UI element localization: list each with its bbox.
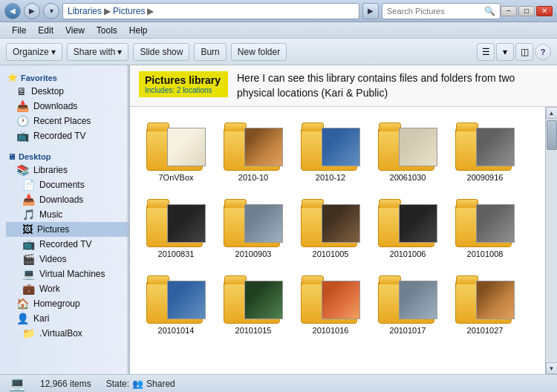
scroll-up-arrow[interactable]: ▲: [546, 107, 558, 119]
sidebar-item-desktop[interactable]: 🖥 Desktop: [0, 84, 129, 99]
folder-preview: [399, 281, 437, 319]
title-bar-left: ◀ ▶ ▾ Libraries ▶ Pictures ▶ ▶ 🔍: [4, 3, 501, 19]
folder-preview: [244, 128, 283, 166]
search-input[interactable]: [387, 7, 484, 16]
folder-thumb: [455, 194, 515, 247]
favorites-star-icon: ⭐: [7, 73, 18, 82]
sidebar-item-documents[interactable]: 📄 Documents: [6, 177, 129, 192]
sidebar-item-recorded-tv[interactable]: 📺 Recorded TV: [6, 237, 129, 252]
back-button[interactable]: ◀: [4, 3, 21, 19]
window-controls: − □ ✕: [501, 6, 553, 16]
folder-item-7OnVBox[interactable]: 7OnVBox: [139, 113, 213, 186]
breadcrumb-sep-2: ▶: [147, 6, 154, 16]
sidebar-item-recent-places[interactable]: 🕐 Recent Places: [0, 114, 129, 128]
sidebar: ⭐ Favorites 🖥 Desktop 📥 Downloads 🕐 Rece…: [0, 65, 130, 374]
sidebar-item-virtualbox[interactable]: 📁 .VirtualBox: [6, 326, 129, 341]
folder-label: 20090916: [467, 173, 504, 182]
search-bar[interactable]: 🔍: [382, 3, 501, 19]
address-refresh[interactable]: ▶: [362, 3, 379, 19]
sidebar-item-videos[interactable]: 🎬 Videos: [6, 252, 129, 267]
view-controls: ☰ ▾ ◫ ?: [477, 43, 551, 61]
new-folder-button[interactable]: New folder: [231, 43, 287, 61]
folder-area: 7OnVBox 2010-10 2010-12 20061030: [130, 107, 557, 374]
preview-image: [400, 128, 437, 166]
preview-image: [245, 205, 282, 242]
scroll-down-arrow[interactable]: ▼: [546, 362, 558, 374]
sidebar-item-downloads[interactable]: 📥 Downloads: [0, 99, 129, 114]
forward-button[interactable]: ▶: [24, 3, 40, 19]
favorites-label: Favorites: [21, 74, 57, 82]
info-header: Pictures library Includes: 2 locations H…: [130, 65, 557, 107]
sidebar-item-virtual-machines[interactable]: 💻 Virtual Machines: [6, 267, 129, 281]
menu-view[interactable]: View: [59, 24, 91, 37]
folder-item-20090916[interactable]: 20090916: [448, 113, 522, 186]
folder-item-20101027[interactable]: 20101027: [448, 266, 522, 339]
sidebar-item-downloads-lib[interactable]: 📥 Downloads: [6, 192, 129, 207]
status-bar: 💻 12,966 items State: 👥 Shared: [0, 374, 557, 392]
folder-item-20101008[interactable]: 20101008: [448, 189, 522, 263]
sidebar-item-recorded-tv-fav[interactable]: 📺 Recorded TV: [0, 128, 129, 143]
scroll-thumb[interactable]: [547, 120, 557, 150]
organize-button[interactable]: Organize ▾: [6, 43, 62, 61]
recent-icon: 🕐: [16, 115, 29, 127]
folder-item-2010-10[interactable]: 2010-10: [216, 113, 290, 186]
burn-button[interactable]: Burn: [194, 43, 226, 61]
view-mode-button[interactable]: ☰: [477, 43, 495, 61]
breadcrumb-libraries[interactable]: Libraries: [68, 6, 102, 16]
folder-item-20101005[interactable]: 20101005: [293, 189, 368, 263]
pictures-label: Pictures: [37, 224, 69, 235]
breadcrumb: Libraries ▶ Pictures ▶: [62, 3, 359, 19]
sidebar-item-kari[interactable]: 👤 Kari: [0, 311, 129, 326]
folder-preview: [476, 128, 515, 166]
folder-preview: [399, 128, 437, 166]
preview-image: [245, 128, 282, 166]
folder-item-20100831[interactable]: 20100831: [139, 189, 213, 263]
minimize-button[interactable]: −: [501, 6, 517, 16]
slideshow-label: Slide show: [140, 47, 183, 57]
folder-item-20101016[interactable]: 20101016: [293, 266, 368, 339]
maximize-button[interactable]: □: [518, 6, 535, 16]
recent-button[interactable]: ▾: [43, 3, 59, 19]
videos-icon: 🎬: [22, 253, 35, 265]
search-icon[interactable]: 🔍: [484, 6, 495, 16]
folder-preview: [244, 204, 283, 243]
folder-preview: [476, 281, 515, 319]
sidebar-item-work[interactable]: 💼 Work: [6, 281, 129, 296]
menu-bar: File Edit View Tools Help: [0, 22, 557, 39]
folder-item-20101017[interactable]: 20101017: [371, 266, 445, 339]
sidebar-item-pictures[interactable]: 🖼 Pictures: [6, 222, 129, 237]
share-with-button[interactable]: Share with ▾: [67, 43, 129, 61]
locations-link[interactable]: 2 locations: [177, 86, 212, 94]
menu-file[interactable]: File: [6, 24, 32, 37]
preview-pane-button[interactable]: ◫: [515, 43, 533, 61]
share-chevron-icon: ▾: [117, 47, 122, 57]
view-chevron-button[interactable]: ▾: [496, 43, 514, 61]
desktop-section-icon: 🖥: [7, 152, 16, 161]
vm-icon: 💻: [22, 268, 35, 280]
menu-tools[interactable]: Tools: [91, 24, 123, 37]
folder-item-20101014[interactable]: 20101014: [139, 266, 213, 339]
folder-item-20061030[interactable]: 20061030: [371, 113, 445, 186]
sidebar-item-libraries[interactable]: 📚 Libraries: [0, 163, 129, 177]
folder-item-20101006[interactable]: 20101006: [371, 189, 445, 263]
info-text: Here I can see this library contains fil…: [237, 71, 548, 100]
folder-thumb: [224, 270, 283, 324]
folder-label: 20101008: [467, 249, 504, 258]
menu-help[interactable]: Help: [123, 24, 154, 37]
sidebar-item-music[interactable]: 🎵 Music: [6, 207, 129, 222]
scrollbar[interactable]: ▲ ▼: [545, 107, 557, 374]
folder-item-2010-12[interactable]: 2010-12: [293, 113, 368, 186]
scroll-track[interactable]: [546, 119, 557, 362]
sidebar-item-homegroup[interactable]: 🏠 Homegroup: [0, 296, 129, 311]
folder-label: 20100903: [235, 249, 272, 258]
folder-label: 20101027: [467, 326, 504, 335]
close-button[interactable]: ✕: [536, 6, 553, 16]
breadcrumb-pictures[interactable]: Pictures: [113, 6, 145, 16]
folder-item-20101015[interactable]: 20101015: [216, 266, 290, 339]
help-button[interactable]: ?: [535, 44, 551, 60]
organize-chevron-icon: ▾: [51, 47, 56, 57]
slideshow-button[interactable]: Slide show: [133, 43, 189, 61]
menu-edit[interactable]: Edit: [32, 24, 59, 37]
sidebar-resize-handle[interactable]: [126, 65, 129, 374]
folder-item-20100903[interactable]: 20100903: [216, 189, 290, 263]
